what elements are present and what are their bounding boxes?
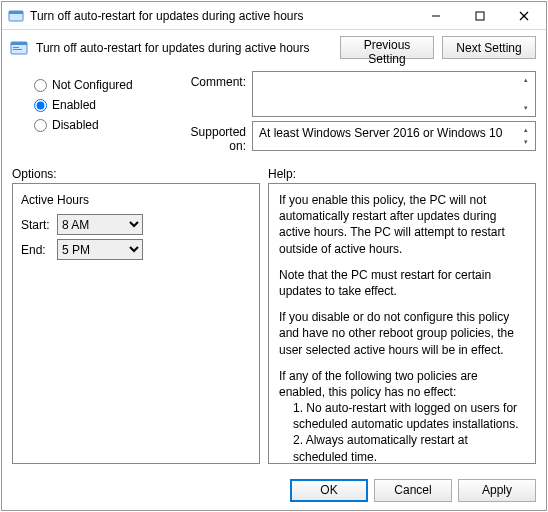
supported-on-box: At least Windows Server 2016 or Windows … xyxy=(252,121,536,151)
state-radio-group: Not Configured Enabled Disabled xyxy=(12,71,164,157)
next-setting-button[interactable]: Next Setting xyxy=(442,36,536,59)
start-select[interactable]: 12 AM1 AM2 AM3 AM4 AM5 AM6 AM7 AM8 AM9 A… xyxy=(57,214,143,235)
header-row: Turn off auto-restart for updates during… xyxy=(2,30,546,69)
titlebar: Turn off auto-restart for updates during… xyxy=(2,2,546,30)
supported-spin: ▴ ▾ xyxy=(518,124,533,148)
radio-enabled[interactable]: Enabled xyxy=(12,95,164,115)
radio-enabled-input[interactable] xyxy=(34,99,47,112)
radio-not-configured-input[interactable] xyxy=(34,79,47,92)
help-p2: Note that the PC must restart for certai… xyxy=(279,267,525,299)
help-p1: If you enable this policy, the PC will n… xyxy=(279,192,525,257)
svg-rect-3 xyxy=(476,12,484,20)
minimize-button[interactable] xyxy=(414,2,458,30)
window-title: Turn off auto-restart for updates during… xyxy=(30,9,414,23)
radio-disabled[interactable]: Disabled xyxy=(12,115,164,135)
supported-on-value: At least Windows Server 2016 or Windows … xyxy=(259,126,502,140)
end-label: End: xyxy=(21,242,57,258)
options-box: Active Hours Start: 12 AM1 AM2 AM3 AM4 A… xyxy=(12,183,260,464)
help-p4: If any of the following two policies are… xyxy=(279,368,525,400)
previous-setting-button[interactable]: Previous Setting xyxy=(340,36,434,59)
help-p3: If you disable or do not configure this … xyxy=(279,309,525,358)
policy-editor-window: Turn off auto-restart for updates during… xyxy=(1,1,547,511)
dialog-footer: OK Cancel Apply xyxy=(2,470,546,510)
active-hours-title: Active Hours xyxy=(21,192,251,208)
supported-spin-up[interactable]: ▴ xyxy=(518,124,533,136)
radio-enabled-label: Enabled xyxy=(52,98,96,112)
help-pane: Help: If you enable this policy, the PC … xyxy=(268,165,536,464)
policy-icon xyxy=(10,39,28,57)
svg-rect-1 xyxy=(9,11,23,14)
comment-spin: ▴ ▾ xyxy=(518,74,533,114)
fields-column: Comment: ▴ ▾ Supported on: At least Wind… xyxy=(172,71,536,157)
options-pane: Options: Active Hours Start: 12 AM1 AM2 … xyxy=(12,165,260,464)
help-p4b: 2. Always automatically restart at sched… xyxy=(279,432,525,464)
radio-not-configured-label: Not Configured xyxy=(52,78,133,92)
ok-button[interactable]: OK xyxy=(290,479,368,502)
end-select[interactable]: 12 AM1 AM2 AM3 AM4 AM5 AM6 AM7 AM8 AM9 A… xyxy=(57,239,143,260)
radio-disabled-label: Disabled xyxy=(52,118,99,132)
policy-title: Turn off auto-restart for updates during… xyxy=(36,41,332,55)
comment-label: Comment: xyxy=(172,71,252,89)
cancel-button[interactable]: Cancel xyxy=(374,479,452,502)
help-box: If you enable this policy, the PC will n… xyxy=(268,183,536,464)
close-button[interactable] xyxy=(502,2,546,30)
options-heading: Options: xyxy=(12,165,260,183)
supported-on-label: Supported on: xyxy=(172,121,252,153)
comment-spin-down[interactable]: ▾ xyxy=(518,102,533,114)
supported-spin-down[interactable]: ▾ xyxy=(518,136,533,148)
help-p4a: 1. No auto-restart with logged on users … xyxy=(279,400,525,432)
svg-rect-7 xyxy=(11,42,27,45)
configuration-area: Not Configured Enabled Disabled Comment:… xyxy=(2,69,546,163)
radio-disabled-input[interactable] xyxy=(34,119,47,132)
maximize-button[interactable] xyxy=(458,2,502,30)
help-heading: Help: xyxy=(268,165,536,183)
radio-not-configured[interactable]: Not Configured xyxy=(12,75,164,95)
comment-textarea[interactable]: ▴ ▾ xyxy=(252,71,536,117)
start-label: Start: xyxy=(21,217,57,233)
apply-button[interactable]: Apply xyxy=(458,479,536,502)
split-panes: Options: Active Hours Start: 12 AM1 AM2 … xyxy=(2,163,546,470)
app-icon xyxy=(8,8,24,24)
svg-rect-8 xyxy=(13,47,19,48)
svg-rect-9 xyxy=(13,49,22,50)
comment-spin-up[interactable]: ▴ xyxy=(518,74,533,86)
